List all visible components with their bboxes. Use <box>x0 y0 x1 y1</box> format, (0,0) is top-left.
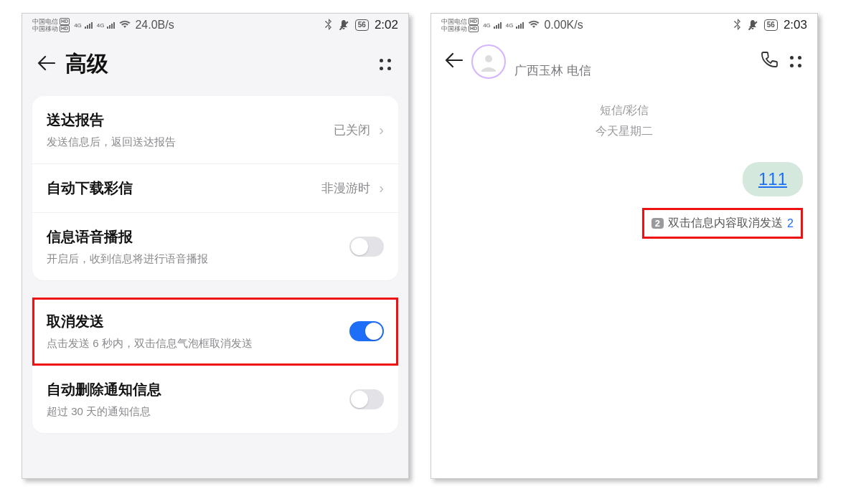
status-left: 中国电信HD 中国移动HD 4G 4G 0.00K/s <box>441 18 734 32</box>
message-text: 111 <box>758 169 787 189</box>
row-value: 已关闭 <box>334 122 370 138</box>
toggle-on[interactable] <box>349 321 384 341</box>
chat-date-label: 今天星期二 <box>446 124 803 139</box>
title-row: 高级 <box>22 37 408 96</box>
row-voice-broadcast[interactable]: 信息语音播报 开启后，收到信息将进行语音播报 <box>32 213 398 280</box>
contact-name-redacted <box>514 44 679 61</box>
status-bar: 中国电信HD 中国移动HD 4G 4G 24.0B/s 56 2:02 <box>22 14 408 37</box>
carrier-1: 中国电信 <box>32 18 58 25</box>
phone-messages-thread: 中国电信HD 中国移动HD 4G 4G 0.00K/s 56 2:03 <box>430 13 818 479</box>
more-icon[interactable] <box>377 56 394 73</box>
more-icon[interactable] <box>787 53 804 70</box>
toggle-off[interactable] <box>349 389 384 409</box>
signal-1: 4G <box>483 22 502 29</box>
toggle-off[interactable] <box>349 237 384 257</box>
settings-group-1: 送达报告 发送信息后，返回送达报告 已关闭 › 自动下载彩信 非漫游时 › 信息… <box>32 96 398 280</box>
row-subtitle: 点击发送 6 秒内，双击信息气泡框取消发送 <box>47 336 341 351</box>
settings-group-2: 取消发送 点击发送 6 秒内，双击信息气泡框取消发送 自动删除通知信息 超过 3… <box>32 298 398 433</box>
row-cancel-send[interactable]: 取消发送 点击发送 6 秒内，双击信息气泡框取消发送 <box>32 298 398 366</box>
message-bubble-outgoing[interactable]: 111 <box>743 162 803 196</box>
hd-badge: HD <box>60 25 70 32</box>
avatar[interactable] <box>471 44 506 79</box>
contact-block[interactable]: 广西玉林 电信 <box>514 44 751 79</box>
status-left: 中国电信HD 中国移动HD 4G 4G 24.0B/s <box>32 18 325 32</box>
signal-2: 4G <box>97 22 116 29</box>
wifi-icon <box>119 19 131 31</box>
row-delivery-report[interactable]: 送达报告 发送信息后，返回送达报告 已关闭 › <box>32 96 398 164</box>
call-icon[interactable] <box>760 50 778 73</box>
battery-icon: 56 <box>355 19 369 31</box>
row-subtitle: 开启后，收到信息将进行语音播报 <box>47 251 341 266</box>
row-title: 自动删除通知信息 <box>47 380 341 399</box>
clock: 2:02 <box>375 18 398 32</box>
row-title: 信息语音播报 <box>47 227 341 247</box>
bluetooth-icon <box>734 19 741 32</box>
chat-type-label: 短信/彩信 <box>446 103 803 118</box>
signal-1: 4G <box>74 22 93 29</box>
status-right: 56 2:03 <box>734 18 807 32</box>
chat-header: 广西玉林 电信 <box>431 37 817 83</box>
carrier-2: 中国移动 <box>441 25 467 32</box>
cancel-countdown: 2 <box>787 217 794 230</box>
chat-body: 短信/彩信 今天星期二 111 2 双击信息内容取消发送 2 <box>431 83 817 159</box>
battery-icon: 56 <box>764 19 778 31</box>
row-title: 取消发送 <box>47 312 341 331</box>
back-icon[interactable] <box>37 55 55 74</box>
hd-badge: HD <box>469 18 479 25</box>
network-speed: 24.0B/s <box>135 19 174 32</box>
row-value: 非漫游时 <box>321 180 370 196</box>
hd-badge: HD <box>469 25 479 32</box>
bluetooth-icon <box>325 19 332 32</box>
mute-icon <box>747 19 758 32</box>
carrier-1: 中国电信 <box>441 18 467 25</box>
chevron-right-icon: › <box>379 122 384 138</box>
sim-badge: 2 <box>651 218 664 229</box>
row-title: 送达报告 <box>47 110 325 130</box>
carrier-2: 中国移动 <box>32 25 58 32</box>
row-subtitle: 超过 30 天的通知信息 <box>47 404 341 419</box>
row-auto-download-mms[interactable]: 自动下载彩信 非漫游时 › <box>32 164 398 213</box>
svg-point-0 <box>485 55 492 62</box>
page-title: 高级 <box>65 49 367 79</box>
phone-settings-advanced: 中国电信HD 中国移动HD 4G 4G 24.0B/s 56 2:02 高级 <box>22 13 409 479</box>
row-subtitle: 发送信息后，返回送达报告 <box>47 134 325 149</box>
carrier-labels: 中国电信HD 中国移动HD <box>32 18 70 32</box>
mute-icon <box>338 19 349 32</box>
clock: 2:03 <box>784 18 807 32</box>
row-auto-delete-notifications[interactable]: 自动删除通知信息 超过 30 天的通知信息 <box>32 366 398 433</box>
carrier-labels: 中国电信HD 中国移动HD <box>441 18 479 32</box>
status-right: 56 2:02 <box>325 18 398 32</box>
signal-2: 4G <box>506 22 524 29</box>
chevron-right-icon: › <box>379 180 384 196</box>
cancel-tip-text: 双击信息内容取消发送 <box>668 216 783 231</box>
status-bar: 中国电信HD 中国移动HD 4G 4G 0.00K/s 56 2:03 <box>431 14 817 37</box>
contact-location: 广西玉林 电信 <box>514 62 751 79</box>
back-icon[interactable] <box>444 52 463 71</box>
network-speed: 0.00K/s <box>544 19 583 32</box>
hd-badge: HD <box>60 18 70 25</box>
wifi-icon <box>528 19 540 31</box>
cancel-send-tip: 2 双击信息内容取消发送 2 <box>642 208 803 239</box>
row-title: 自动下载彩信 <box>47 179 313 198</box>
